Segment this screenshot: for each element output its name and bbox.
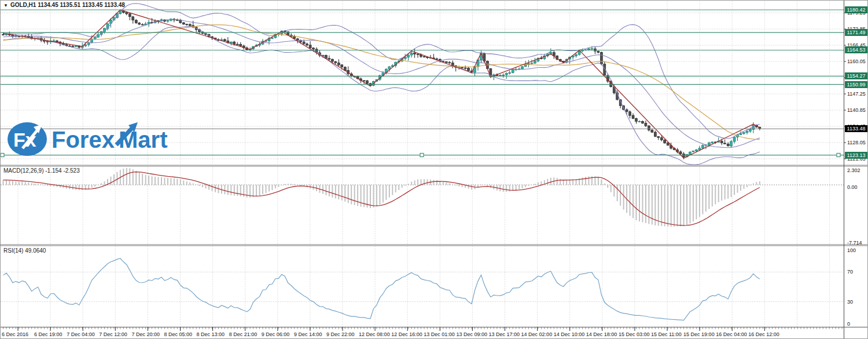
logo-text-forex: Forex xyxy=(52,127,115,152)
candle-body xyxy=(521,67,524,69)
candle-body xyxy=(749,130,751,132)
candle-body xyxy=(141,24,144,25)
candle-body xyxy=(312,48,315,49)
candle-body xyxy=(189,24,191,25)
candle-body xyxy=(179,20,182,23)
candle-body xyxy=(746,132,748,133)
mt4-chart-window: Fx Forex Mart ▼GOLD,H1 1134.45 1135.51 1… xyxy=(0,0,868,339)
candle-body xyxy=(94,37,96,39)
candle-body xyxy=(240,45,242,46)
candle-body xyxy=(724,143,726,144)
candle-body xyxy=(341,65,343,67)
chrome-layer xyxy=(1,1,868,339)
level-line-handle[interactable] xyxy=(420,154,424,157)
candle-body xyxy=(423,57,425,57)
candle-body xyxy=(306,44,308,45)
candle-body xyxy=(414,53,416,54)
candle-body xyxy=(648,126,650,130)
candle-body xyxy=(468,68,470,71)
candle-body xyxy=(575,54,578,56)
candle-body xyxy=(733,137,735,141)
candle-body xyxy=(692,151,694,152)
candle-body xyxy=(531,63,533,64)
candle-body xyxy=(512,70,514,73)
candle-body xyxy=(145,24,147,24)
candle-body xyxy=(505,73,507,75)
candle-body xyxy=(740,133,742,134)
candle-body xyxy=(660,137,663,140)
candle-body xyxy=(236,44,238,45)
macd-panel[interactable] xyxy=(1,168,844,227)
candle-body xyxy=(645,123,647,126)
candle-body xyxy=(689,152,691,154)
candle-body xyxy=(730,141,733,146)
candle-body xyxy=(138,23,141,24)
candle-body xyxy=(233,42,236,44)
level-line-handle[interactable] xyxy=(1,154,4,157)
candle-body xyxy=(132,17,134,20)
candle-body xyxy=(509,73,511,74)
candle-body xyxy=(464,68,466,68)
candle-body xyxy=(635,118,638,121)
candle-body xyxy=(664,140,666,143)
candle-body xyxy=(309,45,311,48)
candle-body xyxy=(2,35,5,35)
candle-body xyxy=(176,20,178,20)
candle-body xyxy=(657,137,660,138)
candle-body xyxy=(698,148,701,150)
candle-body xyxy=(445,62,447,63)
candle-body xyxy=(461,67,464,68)
candle-body xyxy=(600,52,602,64)
candle-body xyxy=(366,81,369,83)
candle-body xyxy=(742,133,745,134)
candle-body xyxy=(293,37,296,39)
candle-body xyxy=(695,150,697,151)
candle-body xyxy=(135,20,137,23)
candle-body xyxy=(591,49,593,49)
candle-body xyxy=(638,122,641,122)
candle-body xyxy=(683,154,685,157)
candle-body xyxy=(587,49,590,50)
candle-body xyxy=(708,143,710,145)
candle-body xyxy=(271,38,273,38)
candle-body xyxy=(363,81,365,81)
candle-body xyxy=(296,39,299,41)
candle-body xyxy=(303,42,305,43)
candle-body xyxy=(701,145,704,148)
candle-body xyxy=(651,130,653,132)
candle-body xyxy=(410,53,413,55)
candle-body xyxy=(448,63,451,63)
candle-body xyxy=(230,42,232,43)
chart-canvas[interactable] xyxy=(1,1,868,339)
candle-body xyxy=(727,144,729,145)
candle-body xyxy=(407,55,410,57)
rsi-line xyxy=(3,258,760,320)
candle-body xyxy=(331,59,333,61)
candle-body xyxy=(528,64,530,64)
candle-body xyxy=(75,46,77,47)
candle-body xyxy=(126,13,128,14)
candle-body xyxy=(337,63,340,65)
candle-body xyxy=(182,23,185,24)
candle-body xyxy=(629,112,631,116)
candle-body xyxy=(84,45,87,46)
candle-body xyxy=(436,59,438,59)
candle-body xyxy=(328,59,330,59)
candle-body xyxy=(72,46,74,47)
panel-separator[interactable] xyxy=(1,165,868,166)
candle-body xyxy=(720,141,723,143)
candle-body xyxy=(534,61,536,63)
level-line-handle[interactable] xyxy=(837,154,840,157)
candle-body xyxy=(186,24,188,25)
candle-body xyxy=(128,14,131,17)
rsi-panel[interactable] xyxy=(1,258,844,320)
candle-body xyxy=(417,54,419,54)
candle-body xyxy=(502,75,505,75)
logo-text-mart: Mart xyxy=(119,127,167,152)
candle-body xyxy=(667,143,669,145)
candle-body xyxy=(223,39,226,41)
candle-body xyxy=(641,121,643,123)
candle-body xyxy=(597,51,599,52)
panel-separator[interactable] xyxy=(1,245,868,246)
candle-body xyxy=(711,142,713,143)
